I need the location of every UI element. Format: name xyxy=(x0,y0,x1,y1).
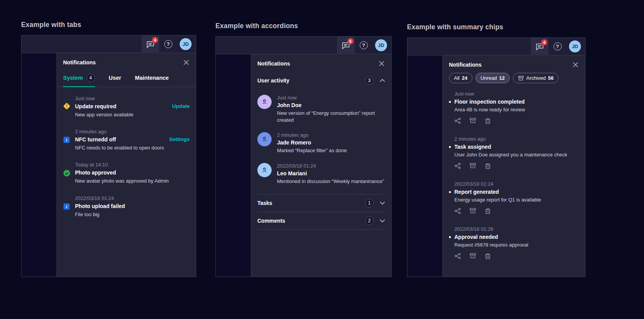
activity-user-name: Jade Romero xyxy=(277,139,385,146)
archive-button[interactable] xyxy=(469,253,476,259)
share-button[interactable] xyxy=(454,163,461,169)
chevron-up-icon xyxy=(380,79,385,82)
share-icon xyxy=(454,118,461,124)
tab-label: User xyxy=(109,75,121,81)
notification-list: Just now Floor inspection completed Area… xyxy=(449,91,579,259)
notification-title: Photo approved xyxy=(75,170,190,176)
update-action-link[interactable]: Update xyxy=(172,96,190,118)
notification-item: 2022/03/18 01:26 Approval needed Request… xyxy=(449,226,579,259)
user-avatar[interactable]: JD xyxy=(180,38,192,50)
chip-count: 12 xyxy=(499,75,505,81)
tab-system[interactable]: System 4 xyxy=(63,71,95,87)
tab-user[interactable]: User xyxy=(109,71,121,87)
archive-button[interactable] xyxy=(469,118,476,124)
close-button[interactable] xyxy=(183,59,190,66)
notifications-button[interactable]: 4 xyxy=(531,38,549,55)
tab-bar: System 4 User Maintenance xyxy=(57,71,196,87)
notification-item: 2022/03/18 01:24 Report generated Energy… xyxy=(449,181,579,214)
close-x-icon xyxy=(573,62,578,67)
activity-description: Marked “Replace filter” as done xyxy=(277,147,385,154)
app-header: 6 ? JD xyxy=(216,37,391,54)
accordion-comments[interactable]: Comments 2 xyxy=(257,212,385,230)
settings-action-link[interactable]: Settings xyxy=(169,129,190,151)
notification-time: 2022/03/18 01:26 xyxy=(454,226,579,232)
notification-description: User John Doe assigned you a maintenance… xyxy=(454,152,579,158)
notification-time: 2 minutes ago xyxy=(454,136,579,142)
notification-item: i 2022/03/18 01:24 Photo upload failed F… xyxy=(63,195,190,218)
tab-label: System xyxy=(63,75,83,81)
accordion-count-badge: 1 xyxy=(365,199,374,207)
notification-title: NFC turnedd off xyxy=(75,136,164,143)
notifications-button[interactable]: 6 xyxy=(337,37,355,54)
tab-maintenance[interactable]: Maintenance xyxy=(135,71,169,87)
notification-item: i 2 minutes ago NFC turnedd off NFC need… xyxy=(63,129,190,151)
trash-icon xyxy=(485,163,491,169)
notification-time: 2 minutes ago xyxy=(75,129,164,134)
notification-time: Today at 14:10 xyxy=(75,162,190,168)
notification-actions xyxy=(454,118,579,124)
notification-item: 2 minutes ago Task assigned User John Do… xyxy=(449,136,579,169)
help-button[interactable]: ? xyxy=(159,35,177,53)
notification-item: Today at 14:10 Photo approved New avatar… xyxy=(63,162,190,185)
notifications-button[interactable]: 4 xyxy=(142,35,159,53)
chip-unread[interactable]: Unread 12 xyxy=(475,73,510,83)
accordion-user-activity[interactable]: User activity 3 xyxy=(257,72,385,89)
app-content-strip xyxy=(407,55,442,277)
share-button[interactable] xyxy=(454,118,461,124)
help-button[interactable]: ? xyxy=(355,37,372,54)
share-icon xyxy=(454,163,461,169)
notification-description: Energy usage report for Q1 is available xyxy=(454,197,579,203)
close-button[interactable] xyxy=(378,60,385,67)
help-button[interactable]: ? xyxy=(549,38,566,55)
archive-icon xyxy=(518,76,524,81)
chip-label: Archived xyxy=(526,75,546,81)
section-title-chips: Example with summary chips xyxy=(407,23,503,31)
notification-description: New app version available xyxy=(75,111,167,118)
notifications-panel: Notifications System 4 User Maintenance xyxy=(57,53,196,277)
accordion-count-badge: 3 xyxy=(365,76,374,85)
accordion-label: User activity xyxy=(257,77,365,84)
tab-count-badge: 4 xyxy=(87,74,95,82)
accordion-tasks[interactable]: Tasks 1 xyxy=(257,194,385,212)
chip-all[interactable]: All 24 xyxy=(449,73,472,83)
question-mark-icon: ? xyxy=(360,41,368,49)
activity-item: 2 minutes ago Jade Romero Marked “Replac… xyxy=(257,132,385,154)
delete-button[interactable] xyxy=(485,208,491,214)
close-x-icon xyxy=(184,60,189,65)
question-mark-icon: ? xyxy=(164,40,172,48)
user-avatar[interactable]: JD xyxy=(375,39,387,51)
archive-icon xyxy=(469,163,476,169)
delete-button[interactable] xyxy=(485,163,491,169)
notification-title: Report generated xyxy=(454,189,499,195)
app-header: 4 ? JD xyxy=(22,35,196,53)
notification-title: Approval needed xyxy=(454,234,498,240)
trash-icon xyxy=(485,118,491,124)
share-button[interactable] xyxy=(454,208,461,214)
notification-item: ! Just now Update required New app versi… xyxy=(63,96,190,118)
section-title-accordions: Example with accordions xyxy=(215,22,298,30)
archive-button[interactable] xyxy=(469,163,476,169)
notification-description: NFC needs to be enabled to open doors xyxy=(75,144,164,151)
user-avatar[interactable]: JD xyxy=(569,40,581,52)
section-title-tabs: Example with tabs xyxy=(21,21,81,29)
share-button[interactable] xyxy=(454,253,461,259)
chip-label: All xyxy=(454,75,459,81)
person-avatar xyxy=(257,95,272,109)
notification-time: Just now xyxy=(454,91,579,97)
activity-user-name: Leo Mariani xyxy=(277,170,385,176)
app-content-strip xyxy=(22,53,57,277)
unread-dot xyxy=(449,146,451,148)
notification-title: Photo upload failed xyxy=(75,203,190,209)
close-button[interactable] xyxy=(572,61,579,68)
chip-archived[interactable]: Archived 56 xyxy=(513,73,559,83)
accordion-label: Comments xyxy=(257,218,365,224)
notification-title: Task assigned xyxy=(454,144,491,150)
accordion-count-badge: 2 xyxy=(365,217,374,225)
delete-button[interactable] xyxy=(485,118,491,124)
archive-button[interactable] xyxy=(469,208,476,214)
tab-label: Maintenance xyxy=(135,75,169,81)
share-icon xyxy=(454,253,461,259)
archive-icon xyxy=(469,208,476,214)
delete-button[interactable] xyxy=(485,253,491,259)
activity-time: 2 minutes ago xyxy=(277,132,385,138)
